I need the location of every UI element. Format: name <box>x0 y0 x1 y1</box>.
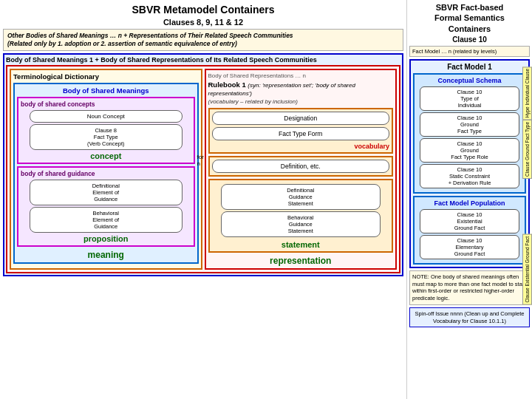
right-panel-inner: Fact Model … n (related by levels) Fact … <box>409 46 530 328</box>
definition-box: Definition, etc. <box>212 160 390 173</box>
body-concepts-label: body of shared concepts <box>21 100 191 108</box>
fact-model-title: Fact Model 1 <box>413 63 526 71</box>
body-concepts: body of shared concepts Noun Concept Cla… <box>17 97 195 164</box>
clause10-ground-fact-type-role: Clause 10 Ground Fact Type Role <box>420 138 520 163</box>
vocab-related: (vocabulary – related by inclusion) <box>208 98 394 105</box>
body-shared-outer-title: Body of Shared Meanings 1 + Body of Shar… <box>6 56 400 64</box>
hype-individual-clause-label: Hype Individual Clause <box>522 66 532 120</box>
rulebook-title: Rulebook 1 (syn: 'representation set'; '… <box>208 81 394 97</box>
for-label: for n <box>197 154 204 167</box>
right-panel: SBVR Fact-based Formal Semantics Contain… <box>406 0 532 399</box>
main-container: SBVR Metamodel Containers Clauses 8, 9, … <box>0 0 532 399</box>
left-panel: SBVR Metamodel Containers Clauses 8, 9, … <box>0 0 406 399</box>
statement-guidance-area: Definitional Guidance Statement Behavior… <box>208 179 394 253</box>
noun-concept-box: Noun Concept <box>30 110 183 123</box>
term-dict-label: Terminological Dictionary <box>13 72 199 81</box>
other-bodies-box: Other Bodies of Shared Meanings … n + Re… <box>3 29 403 51</box>
clause10-existential-ground-fact: Clause 10 Existential Ground Fact <box>420 209 520 233</box>
right-clause: Clause 10 <box>409 35 530 44</box>
rulebook-title-text: Rulebook 1 <box>208 81 246 89</box>
behavioral-guidance-box: Behavioral Guidance Statement <box>221 211 381 237</box>
fact-model-population: Fact Model Population Clause 10 Existent… <box>413 196 526 265</box>
behavioral-element-box: Behavioral Element of Guidance <box>30 207 183 233</box>
vocabulary-label: vocabulary <box>212 143 390 150</box>
clause10-static-constraint: Clause 10 Static Constraint + Derivation… <box>420 164 520 188</box>
fact-model-container: Fact Model 1 Conceptual Schema Clause 10… <box>409 59 530 268</box>
right-title: SBVR Fact-based Formal Semantics Contain… <box>409 2 530 34</box>
meaning-label: meaning <box>17 250 195 260</box>
main-subtitle: Clauses 8, 9, 11 & 12 <box>3 18 403 27</box>
fmp-title: Fact Model Population <box>417 200 522 207</box>
fact-type-form-box: Fact Type Form <box>212 127 390 140</box>
note-box: NOTE: One body of shared meanings often … <box>409 270 530 305</box>
definitional-guidance-box: Definitional Guidance Statement <box>221 184 381 210</box>
rulebook-panel: Body of Shared Representations … n Ruleb… <box>205 69 398 270</box>
proposition-label: proposition <box>21 234 191 243</box>
cs-title: Conceptual Schema <box>417 77 522 84</box>
spin-off-box: Spin-off Issue nnnn (Clean up and Comple… <box>409 307 530 328</box>
terminological-dictionary: Terminological Dictionary Body of Shared… <box>10 69 202 270</box>
term-dict-row: Terminological Dictionary Body of Shared… <box>6 65 400 273</box>
body-shared-outer: Body of Shared Meanings 1 + Body of Shar… <box>3 53 403 276</box>
clause10-ground-fact-type: Clause 10 Ground Fact Type <box>420 112 520 137</box>
clause10-type-individual: Clause 10 Type of Individual <box>420 86 520 111</box>
bsm-title: Body of Shared Meanings <box>17 86 195 95</box>
definitional-element-box: Definitional Element of Guidance <box>30 180 183 205</box>
main-title: SBVR Metamodel Containers <box>3 3 403 16</box>
clause8-fact-type-box: Clause 8 Fact Type (Verb Concept) <box>30 124 183 150</box>
fact-model-note: Fact Model … n (related by levels) <box>409 46 530 57</box>
concept-label: concept <box>21 151 191 160</box>
representation-label: representation <box>208 256 394 266</box>
conceptual-schema: Conceptual Schema Clause 10 Type of Indi… <box>413 73 526 194</box>
body-guidance-label: body of shared guidance <box>21 170 191 177</box>
designation-area: Designation Fact Type Form vocabulary <box>208 108 394 154</box>
clause-ground-fact-type-label: Clause Ground Fact Type <box>522 120 532 179</box>
clause10-elementary-ground-fact: Clause 10 Elementary Ground Fact <box>420 235 520 259</box>
body-shared-meanings: Body of Shared Meanings body of shared c… <box>13 83 199 264</box>
body-guidance: body of shared guidance Definitional Ele… <box>17 166 195 247</box>
designation-box: Designation <box>212 112 390 125</box>
statement-label: statement <box>212 240 390 249</box>
clause-existential-ground-fact-label: Clause Existential Ground Fact <box>522 234 532 305</box>
body-shared-rep-title: Body of Shared Representations … n <box>208 72 394 79</box>
definition-area: Definition, etc. <box>208 156 394 177</box>
